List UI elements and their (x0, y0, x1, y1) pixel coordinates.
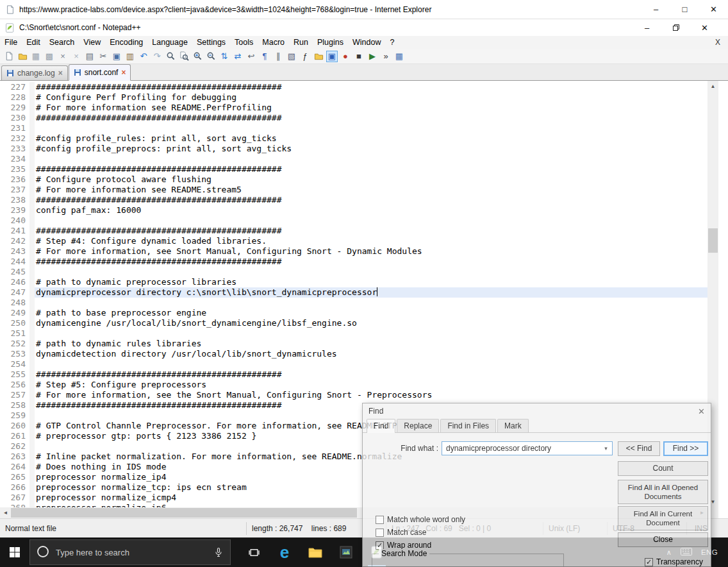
undo-icon[interactable]: ↶ (138, 51, 149, 62)
menu-item-language[interactable]: Language (147, 37, 192, 48)
count-button[interactable]: Count (618, 461, 708, 476)
line-text[interactable]: dynamicdetection directory /usr/local/li… (35, 349, 707, 359)
find-icon[interactable] (165, 51, 176, 62)
menu-item-search[interactable]: Search (45, 37, 79, 48)
sync-horizontal-icon[interactable]: ⇄ (232, 51, 244, 62)
npp-restore-button[interactable] (661, 19, 690, 36)
find-prev-button[interactable]: << Find (618, 441, 660, 456)
word-wrap-icon[interactable]: ↩ (245, 51, 257, 62)
show-all-characters-icon[interactable]: ¶ (259, 51, 270, 62)
line-text[interactable]: ########################################… (35, 226, 707, 236)
menu-item-plugins[interactable]: Plugins (313, 37, 348, 48)
menu-item-encoding[interactable]: Encoding (105, 37, 147, 48)
tab-change-log[interactable]: change.log× (1, 65, 68, 80)
line-text[interactable] (35, 216, 707, 226)
copy-icon[interactable]: ▣ (111, 51, 122, 62)
document-map-icon[interactable]: ▧ (286, 51, 297, 62)
line-text[interactable]: # For more information, see Snort Manual… (35, 246, 707, 257)
find-all-current-button[interactable]: Find All in Current Document (618, 506, 708, 530)
line-text[interactable] (35, 154, 707, 164)
tab-close-icon[interactable]: × (58, 69, 63, 78)
menu-item-view[interactable]: View (79, 37, 105, 48)
line-text[interactable]: ########################################… (35, 195, 707, 205)
find-dialog-tab-mark[interactable]: Mark (497, 419, 529, 432)
close-file-icon[interactable]: × (57, 51, 69, 62)
line-text[interactable]: ########################################… (35, 369, 707, 380)
line-text[interactable]: dynamicpreprocessor directory c:\snort\l… (35, 287, 707, 298)
npp-minimize-button[interactable]: – (633, 19, 661, 36)
menu-item-tools[interactable]: Tools (230, 37, 258, 48)
menu-item-settings[interactable]: Settings (192, 37, 230, 48)
function-list-icon[interactable]: ƒ (299, 51, 311, 62)
line-text[interactable]: dynamicengine /usr/local/lib/snort_dynam… (35, 318, 707, 328)
zoom-out-icon[interactable] (205, 51, 217, 62)
line-text[interactable]: config paf_max: 16000 (35, 205, 707, 216)
checkbox-match-whole-word-only[interactable]: Match whole word only (376, 515, 465, 524)
line-text[interactable] (35, 359, 707, 369)
line-text[interactable] (35, 298, 707, 308)
save-macro-icon[interactable]: ▦ (393, 51, 405, 62)
line-text[interactable]: ########################################… (35, 113, 707, 123)
menu-item-macro[interactable]: Macro (258, 37, 289, 48)
monitoring-icon[interactable]: ▣ (326, 51, 338, 62)
find-dialog-titlebar[interactable]: Find ✕ (363, 403, 711, 419)
menu-item-edit[interactable]: Edit (22, 37, 45, 48)
redo-icon[interactable]: ↷ (151, 51, 163, 62)
new-file-icon[interactable] (3, 51, 15, 62)
line-text[interactable]: #config profile_rules: print all, sort a… (35, 133, 707, 144)
line-text[interactable] (35, 328, 707, 339)
line-text[interactable]: # Step #5: Configure preprocessors (35, 380, 707, 390)
stop-record-icon[interactable]: ■ (353, 51, 365, 62)
ie-close-button[interactable]: ✕ (699, 0, 728, 19)
find-dialog-tab-find[interactable]: Find (367, 419, 395, 433)
line-text[interactable]: #config profile_preprocs: print all, sor… (35, 144, 707, 154)
menu-item-window[interactable]: Window (348, 37, 385, 48)
ie-maximize-button[interactable]: □ (670, 0, 699, 19)
scroll-up-icon[interactable]: ▲ (707, 81, 718, 92)
vertical-scrollbar-thumb[interactable] (708, 228, 718, 253)
transparency-checkbox[interactable]: ✓ Transparency (645, 557, 703, 566)
folder-as-workspace-icon[interactable] (313, 51, 324, 62)
replace-icon[interactable] (178, 51, 190, 62)
menu-item-run[interactable]: Run (289, 37, 313, 48)
find-what-combobox[interactable]: dynamicpreprocessor directory ▾ (442, 441, 613, 455)
line-text[interactable] (35, 123, 707, 133)
indent-guide-icon[interactable]: ∥ (272, 51, 284, 62)
line-text[interactable]: # Configure protocol aware flushing (35, 174, 707, 185)
line-text[interactable]: # For more information, see the Snort Ma… (35, 390, 707, 400)
image-viewer-icon[interactable] (331, 537, 361, 567)
print-icon[interactable]: ▤ (84, 51, 95, 62)
line-text[interactable]: ########################################… (35, 164, 707, 174)
line-text[interactable]: # path to dynamic preprocessor libraries (35, 277, 707, 287)
tab-close-icon[interactable]: × (121, 68, 126, 77)
start-button[interactable] (0, 537, 29, 567)
line-text[interactable]: # For more information see README.stream… (35, 185, 707, 195)
tab-snort-conf[interactable]: snort.conf× (69, 64, 131, 81)
horizontal-scrollbar-thumb[interactable] (11, 508, 357, 518)
sync-vertical-icon[interactable]: ⇅ (219, 51, 230, 62)
line-text[interactable]: # path to dynamic rules libraries (35, 339, 707, 349)
close-all-icon[interactable]: × (70, 51, 82, 62)
scroll-left-icon[interactable]: ◄ (0, 507, 11, 518)
checkbox-wrap-around[interactable]: ✓Wrap around (376, 541, 431, 550)
menu-item-file[interactable]: File (0, 37, 22, 48)
line-text[interactable]: ########################################… (35, 82, 707, 92)
menubar-close-icon[interactable]: X (707, 38, 728, 47)
playback-macro-icon[interactable]: ▶ (367, 51, 378, 62)
edge-icon[interactable]: e (269, 537, 300, 567)
line-text[interactable] (35, 267, 707, 277)
line-text[interactable]: ########################################… (35, 257, 707, 267)
open-file-icon[interactable] (17, 51, 28, 62)
find-dialog-tab-find-in-files[interactable]: Find in Files (440, 419, 496, 432)
npp-close-button[interactable]: ✕ (690, 19, 719, 36)
file-explorer-icon[interactable] (300, 537, 331, 567)
menu-item-help[interactable]: ? (385, 37, 399, 48)
microphone-icon[interactable] (213, 547, 224, 557)
save-all-icon[interactable]: ▩ (44, 51, 55, 62)
save-icon[interactable]: ▦ (30, 51, 42, 62)
close-button[interactable]: Close (618, 532, 708, 547)
run-macro-multiple-icon[interactable]: » (380, 51, 392, 62)
cut-icon[interactable]: ✂ (97, 51, 109, 62)
paste-icon[interactable]: ▥ (124, 51, 136, 62)
task-view-button[interactable] (238, 537, 269, 567)
